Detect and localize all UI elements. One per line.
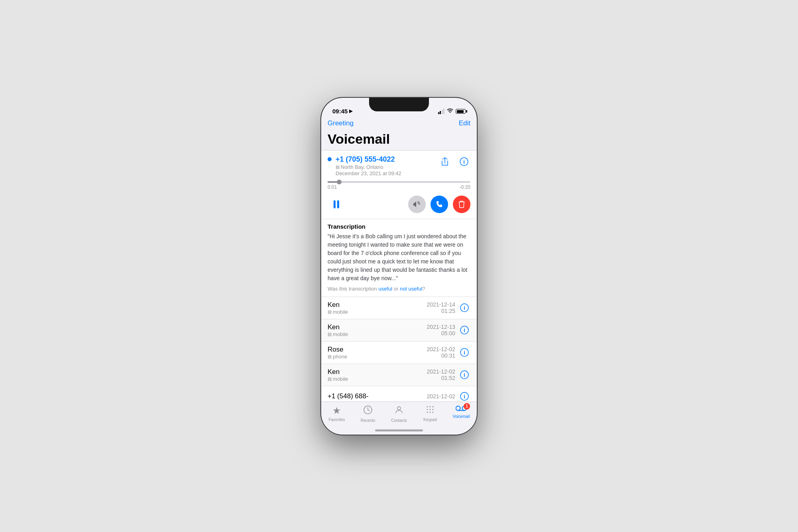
contacts-icon <box>394 405 404 417</box>
progress-fill <box>328 181 339 183</box>
progress-section[interactable]: 0:01 -0:20 <box>321 178 477 192</box>
vm-list-duration: 05:00 <box>427 330 455 336</box>
favorites-icon: ★ <box>332 405 341 416</box>
svg-point-21 <box>430 411 431 413</box>
edit-button[interactable]: Edit <box>459 119 470 127</box>
list-info-button[interactable]: i <box>458 390 470 401</box>
svg-text:i: i <box>464 372 465 378</box>
status-icons <box>438 109 466 115</box>
not-useful-link[interactable]: not useful <box>400 286 422 292</box>
vm-list-info: Ken ▤ mobile <box>328 301 423 315</box>
status-time: 09:45 ▶ <box>332 108 352 115</box>
voicemail-list-item[interactable]: Ken ▤ mobile 2021-12-02 01:52 i <box>321 364 477 386</box>
svg-text:i: i <box>464 350 465 356</box>
vm-list-meta: 2021-12-13 05:00 <box>427 324 455 336</box>
transcription-label: Transcription <box>328 223 470 230</box>
time-current: 0:01 <box>328 184 337 190</box>
tab-favorites[interactable]: ★ Favorites <box>321 405 352 422</box>
recents-label: Recents <box>361 418 375 423</box>
transcription-feedback: Was this transcription useful or not use… <box>328 286 470 292</box>
tab-recents[interactable]: Recents <box>352 405 383 423</box>
time-labels: 0:01 -0:20 <box>328 184 470 190</box>
feedback-suffix: ? <box>422 286 425 292</box>
tab-contacts[interactable]: Contacts <box>383 405 415 423</box>
vm-list-date: 2021-12-02 <box>427 393 455 399</box>
list-info-button[interactable]: i <box>458 302 470 314</box>
voicemail-list-item[interactable]: Ken ▤ mobile 2021-12-14 01:25 i <box>321 297 477 319</box>
pause-button[interactable] <box>328 196 345 213</box>
tab-keypad[interactable]: Keypad <box>415 405 446 422</box>
svg-point-23 <box>456 406 460 410</box>
vm-list-name: Ken <box>328 368 423 376</box>
vm-list-date: 2021-12-02 <box>427 346 455 352</box>
share-button[interactable] <box>439 155 451 168</box>
time-display: 09:45 <box>332 108 348 115</box>
speaker-button[interactable] <box>408 196 426 213</box>
voicemail-badge: 1 <box>464 403 470 409</box>
svg-point-20 <box>427 411 428 413</box>
vm-list-type: ▤ mobile <box>328 309 423 315</box>
vm-list-name: Ken <box>328 323 423 331</box>
feedback-prefix: Was this transcription <box>328 286 378 292</box>
svg-point-18 <box>430 409 431 410</box>
delete-button[interactable] <box>453 196 470 213</box>
transcription-text: "Hi Jesse it's a Bob calling um I just w… <box>328 232 470 283</box>
list-info-button[interactable]: i <box>458 324 470 336</box>
svg-point-16 <box>433 406 434 407</box>
location-icon: ▤ <box>336 164 340 170</box>
vm-list-type: ▤ phone <box>328 354 423 360</box>
recents-icon <box>363 405 373 417</box>
transcription-section: Transcription "Hi Jesse it's a Bob calli… <box>321 219 477 297</box>
vm-date: December 23, 2021 at 09:42 <box>336 170 439 176</box>
useful-link[interactable]: useful <box>378 286 392 292</box>
list-info-button[interactable]: i <box>458 346 470 358</box>
vm-list-date: 2021-12-02 <box>427 368 455 375</box>
svg-point-13 <box>397 407 401 410</box>
svg-point-22 <box>433 411 434 413</box>
progress-bar[interactable] <box>328 181 470 183</box>
voicemail-list-item[interactable]: +1 (548) 688- 2021-12-02 i <box>321 386 477 401</box>
location-text: North Bay, Ontario <box>341 164 383 170</box>
svg-point-14 <box>427 406 428 407</box>
page-title: Voicemail <box>321 131 477 150</box>
battery-fill <box>457 110 464 113</box>
info-button[interactable]: i <box>458 155 470 168</box>
progress-thumb <box>337 180 342 184</box>
svg-point-15 <box>430 406 431 407</box>
phone-frame: 09:45 ▶ <box>321 98 477 435</box>
greeting-button[interactable]: Greeting <box>328 119 354 127</box>
vm-list-type: ▤ mobile <box>328 331 423 337</box>
vm-list-meta: 2021-12-02 01:52 <box>427 368 455 381</box>
feedback-or: or <box>392 286 400 292</box>
voicemail-list-item[interactable]: Ken ▤ mobile 2021-12-13 05:00 i <box>321 319 477 342</box>
vm-list-name: Rose <box>328 346 423 354</box>
svg-text:i: i <box>464 305 465 311</box>
signal-bars-icon <box>438 109 445 114</box>
voicemail-list-item[interactable]: Rose ▤ phone 2021-12-02 00:31 i <box>321 342 477 364</box>
list-info-button[interactable]: i <box>458 369 470 381</box>
vm-list-info: Ken ▤ mobile <box>328 323 423 337</box>
vm-details: +1 (705) 555-4022 ▤ North Bay, Ontario D… <box>336 155 439 176</box>
svg-text:i: i <box>464 394 465 399</box>
contacts-label: Contacts <box>391 418 407 423</box>
call-button[interactable] <box>431 196 448 213</box>
svg-text:i: i <box>464 327 465 333</box>
vm-action-buttons: i <box>439 155 470 168</box>
vm-list-meta: 2021-12-02 00:31 <box>427 346 455 359</box>
tab-voicemail[interactable]: 1 Voicemail <box>446 405 477 419</box>
phone-screen: 09:45 ▶ <box>321 98 477 435</box>
vm-list-info: +1 (548) 688- <box>328 392 423 400</box>
vm-phone-number[interactable]: +1 (705) 555-4022 <box>336 155 439 164</box>
nav-bar: Greeting Edit <box>321 118 477 131</box>
vm-list-name: Ken <box>328 301 423 309</box>
notch <box>369 98 429 111</box>
favorites-label: Favorites <box>328 417 345 422</box>
home-indicator <box>375 429 423 431</box>
voicemail-tab-icon-container: 1 <box>456 405 467 413</box>
vm-info: +1 (705) 555-4022 ▤ North Bay, Ontario D… <box>328 155 439 176</box>
battery-icon <box>456 109 466 114</box>
voicemail-label: Voicemail <box>453 414 470 419</box>
vm-list-name: +1 (548) 688- <box>328 392 423 400</box>
pause-icon <box>334 200 339 208</box>
vm-list-type: ▤ mobile <box>328 376 423 382</box>
